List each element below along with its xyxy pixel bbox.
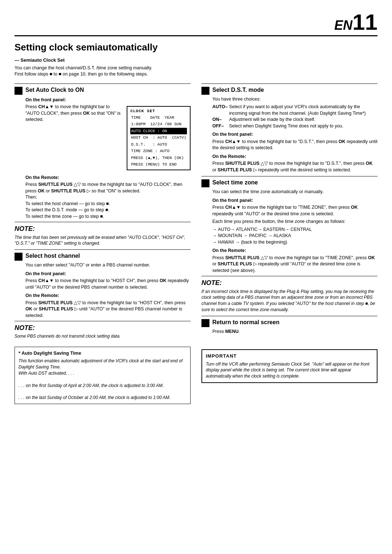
auto-dst-text3: . . . on the first Sunday of April at 2:…	[19, 383, 164, 388]
step1-remote-label: On the Remote:	[25, 175, 191, 181]
page-header: EN11	[15, 11, 377, 36]
step4-remote-text: Press SHUTTLE PLUS △▽ to move the highli…	[212, 255, 377, 274]
auto-dst-text2: With Auto DST activated, . . .	[19, 371, 74, 376]
auto-label: AUTO–	[212, 104, 229, 117]
main-title: Setting clock semiautomatically	[15, 41, 377, 54]
note2-text: Some PBS channels do not transmit clock …	[15, 333, 191, 339]
note2-title: NOTE:	[15, 323, 191, 333]
step2-square	[15, 253, 23, 261]
note1-block: NOTE: The time that has been set previou…	[15, 222, 191, 247]
semiauto-intro2: First follow steps ■ to ■ on page 10, th…	[15, 71, 377, 78]
step2-remote-label: On the Remote:	[25, 293, 191, 299]
step2-front-label: On the front panel:	[25, 271, 191, 277]
step2-remote-text: Press SHUTTLE PLUS △▽ to move the highli…	[25, 300, 191, 319]
step4-remote-label: On the Remote:	[212, 248, 377, 254]
on-label: ON–	[212, 117, 229, 123]
step4-arrow-list: → AUTO→ ATLANTIC→ EASTERN→ CENTRAL → MOU…	[212, 227, 377, 246]
step1-square	[15, 87, 23, 95]
note1-text: The time that has been set previously wi…	[15, 235, 191, 247]
step5-square	[201, 319, 209, 327]
en-label: EN	[334, 18, 352, 33]
important-box: IMPORTANT Turn off the VCR after perform…	[201, 349, 377, 383]
off-text: Select when Daylight Saving Time does no…	[229, 123, 377, 130]
off-label: OFF–	[212, 123, 229, 130]
step4-front-label: On the front panel:	[212, 197, 377, 204]
step3-choices: AUTO– Select if you want to adjust your …	[212, 104, 377, 129]
auto-dst-text4: . . . on the last Sunday of October at 2…	[19, 395, 171, 400]
auto-dst-title: * Auto Daylight Saving Time	[19, 350, 187, 357]
step2-intro: You can either select "AUTO" or enter a …	[25, 262, 191, 269]
note3-text: If an incorrect clock time is displayed …	[201, 289, 377, 313]
note1-title: NOTE:	[15, 224, 191, 233]
important-text: Turn off the VCR after performing Semiau…	[206, 361, 373, 379]
on-text: Adjustment will be made by the clock its…	[229, 117, 377, 123]
step3-remote-text: Press SHUTTLE PLUS △▽ to move the highli…	[212, 160, 377, 173]
auto-dst-text1: This function enables automatic adjustme…	[19, 358, 183, 370]
step5-title: Return to normal screen	[212, 318, 279, 326]
step3-front-label: On the front panel:	[212, 131, 377, 138]
note2-block: NOTE: Some PBS channels do not transmit …	[15, 321, 191, 339]
step1-block: Set Auto Clock to ON On the front panel:…	[15, 83, 191, 220]
semiauto-subtitle: — Semiauto Clock Set	[15, 57, 377, 64]
step2-front-text: Press CH▲▼ to move the highlight bar to …	[25, 278, 191, 290]
step3-square	[201, 87, 209, 95]
step3-remote-label: On the Remote:	[212, 154, 377, 160]
step2-title: Select host channel	[25, 252, 80, 260]
important-title: IMPORTANT	[206, 353, 373, 359]
page-number: 11	[352, 9, 377, 34]
note3-title: NOTE:	[201, 278, 377, 288]
step5-text: Press MENU.	[212, 329, 377, 335]
step1-front-panel-label: On the front panel:	[25, 97, 191, 103]
step4-front-text2: Each time you press the button, the time…	[212, 219, 377, 225]
semiauto-intro1: You can change the host channel/D.S.T. /…	[15, 65, 377, 72]
step4-title: Select time zone	[212, 179, 258, 187]
step4-front-text: Press CH▲▼ to move the highlight bar to …	[212, 204, 377, 217]
step3-title: Select D.S.T. mode	[212, 86, 264, 94]
step4-block: Select time zone You can select the time…	[201, 176, 377, 274]
auto-dst-box: * Auto Daylight Saving Time This functio…	[15, 347, 191, 404]
step1-remote-text: Press SHUTTLE PLUS △▽ to move the highli…	[25, 182, 191, 220]
step3-intro: You have three choices:	[212, 96, 377, 103]
clock-set-box: CLOCK SET TIME DATE YEAR 1:00PM 12/24 /0…	[127, 106, 191, 170]
step4-square	[201, 179, 209, 187]
note3-block: NOTE: If an incorrect clock time is disp…	[201, 276, 377, 313]
step1-title: Set Auto Clock to ON	[25, 86, 84, 94]
step5-block: Return to normal screen Press MENU.	[201, 316, 377, 335]
auto-text: Select if you want to adjust your VCR's …	[229, 104, 377, 117]
step4-intro: You can select the time zone automatical…	[212, 189, 377, 195]
step3-block: Select D.S.T. mode You have three choice…	[201, 83, 377, 174]
step3-front-text: Press CH▲▼ to move the highlight bar to …	[212, 139, 377, 151]
step2-block: Select host channel You can either selec…	[15, 249, 191, 319]
step1-front-panel-text: Press CH▲▼ to move the highlight bar to …	[25, 104, 122, 123]
